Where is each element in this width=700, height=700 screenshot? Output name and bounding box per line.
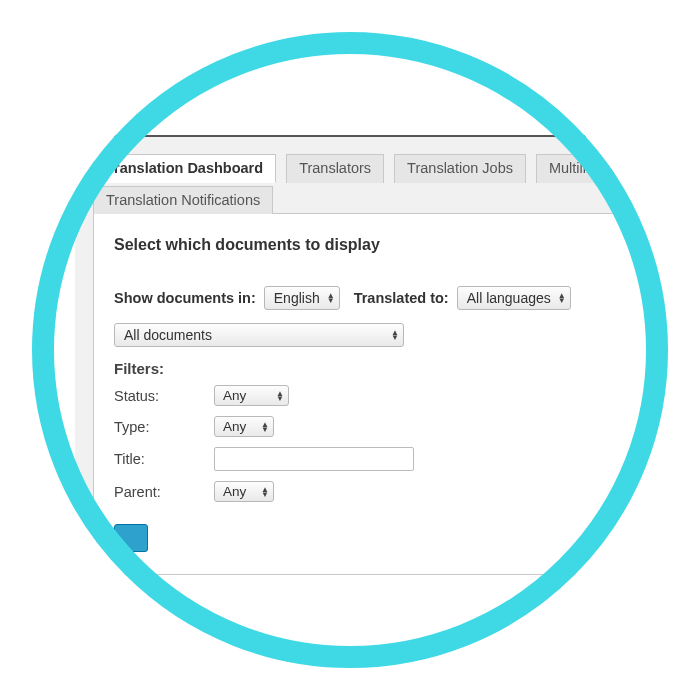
stepper-icon: ▲▼	[391, 330, 399, 340]
tabs-primary-row: Translation Dashboard Translators Transl…	[75, 137, 695, 183]
title-input[interactable]	[214, 447, 414, 471]
translated-to-value: All languages	[467, 290, 551, 306]
status-select[interactable]: Any ▲▼	[214, 385, 289, 406]
document-scope-value: All documents	[124, 327, 212, 343]
stepper-icon: ▲▼	[327, 293, 335, 303]
translated-to-label: Translated to:	[354, 290, 449, 306]
status-label: Status:	[114, 388, 214, 404]
tab-multilingual[interactable]: Multilingual	[536, 154, 635, 183]
status-value: Any	[223, 388, 246, 403]
parent-select[interactable]: Any ▲▼	[214, 481, 274, 502]
title-label: Title:	[114, 451, 214, 467]
tab-translation-jobs[interactable]: Translation Jobs	[394, 154, 526, 183]
translated-to-select[interactable]: All languages ▲▼	[457, 286, 571, 310]
documents-panel: Select which documents to display Show d…	[93, 213, 700, 575]
parent-value: Any	[223, 484, 246, 499]
stepper-icon: ▲▼	[276, 391, 284, 401]
panel-title: Select which documents to display	[114, 236, 692, 254]
type-label: Type:	[114, 419, 214, 435]
type-select[interactable]: Any ▲▼	[214, 416, 274, 437]
filters-heading: Filters:	[114, 360, 692, 377]
document-scope-select[interactable]: All documents ▲▼	[114, 323, 404, 347]
type-value: Any	[223, 419, 246, 434]
tab-translation-dashboard[interactable]: Translation Dashboard	[93, 154, 276, 183]
stepper-icon: ▲▼	[558, 293, 566, 303]
translation-window: Translation Dashboard Translators Transl…	[75, 135, 695, 575]
tab-translators[interactable]: Translators	[286, 154, 384, 183]
tab-translation-notifications[interactable]: Translation Notifications	[93, 186, 273, 214]
show-documents-select[interactable]: English ▲▼	[264, 286, 340, 310]
tabs-secondary-row: Translation Notifications	[75, 183, 695, 214]
stepper-icon: ▲▼	[261, 422, 269, 432]
show-documents-value: English	[274, 290, 320, 306]
parent-label: Parent:	[114, 484, 214, 500]
show-documents-label: Show documents in:	[114, 290, 256, 306]
submit-button[interactable]	[114, 524, 148, 552]
decorative-accent	[330, 18, 365, 21]
stepper-icon: ▲▼	[261, 487, 269, 497]
